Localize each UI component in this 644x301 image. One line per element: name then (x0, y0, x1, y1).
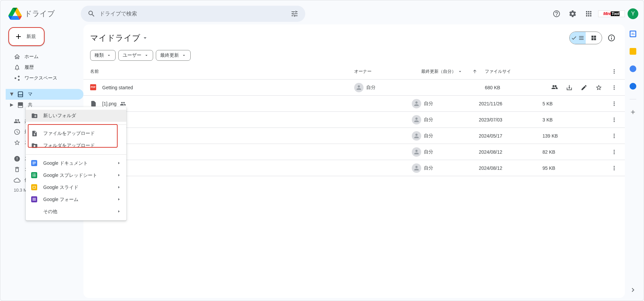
row-more[interactable] (606, 84, 622, 91)
keep-addon[interactable] (626, 45, 640, 58)
file-table: 名前 オーナー 最終更新（自分） ファイルサイ PDFGetting start… (83, 63, 625, 298)
chip-type[interactable]: 種類 (90, 50, 116, 61)
file-size: 5 KB (542, 101, 606, 106)
side-panel: 31 (625, 24, 641, 298)
search-icon (87, 10, 95, 18)
owner-name: 自分 (366, 85, 376, 91)
file-type-icon: PDF (90, 84, 97, 91)
file-size: 95 KB (542, 165, 606, 171)
help-button[interactable] (550, 7, 563, 20)
workspaces-icon (14, 75, 20, 82)
logo-block[interactable]: ドライブ (6, 7, 78, 20)
submenu-icon (117, 209, 121, 214)
list-icon (578, 35, 584, 41)
drive-icon (17, 91, 24, 98)
sidebar-home[interactable]: ホーム (6, 51, 83, 62)
table-row[interactable]: [1].png 自分 2021/11/26 5 KB (83, 96, 625, 112)
header-actions: MiniTool Y (550, 7, 638, 20)
contacts-addon[interactable] (626, 80, 640, 93)
file-size: 82 KB (542, 149, 606, 155)
owner-name: 自分 (424, 133, 433, 139)
edit-action[interactable] (578, 82, 590, 94)
tune-icon[interactable] (291, 10, 299, 18)
table-row[interactable]: 1 自分 2023/07/03 3 KB (83, 112, 625, 128)
calendar-addon[interactable]: 31 (626, 27, 640, 41)
new-button-label: 新規 (26, 34, 36, 40)
file-name: [1].png (102, 101, 117, 106)
chip-user[interactable]: ユーザー (118, 50, 153, 61)
search-bar[interactable] (81, 6, 305, 22)
owner-name: 自分 (424, 149, 433, 155)
file-date: 2023/07/03 (479, 117, 542, 122)
list-view-button[interactable] (570, 32, 586, 44)
breadcrumb-bar: マイドライブ (83, 24, 625, 46)
people-icon (14, 118, 20, 124)
get-addons[interactable] (626, 105, 640, 119)
main-pane: マイドライブ 種類 ユーザー 最終更新 (83, 24, 625, 298)
expand-icon[interactable] (10, 92, 14, 96)
star-action[interactable] (593, 82, 605, 94)
account-avatar[interactable]: Y (628, 8, 638, 19)
spam-icon (14, 155, 20, 162)
share-action[interactable] (549, 82, 561, 94)
breadcrumb-title[interactable]: マイドライブ (90, 33, 148, 43)
apps-button[interactable] (582, 7, 595, 20)
col-owner[interactable]: オーナー (354, 68, 421, 74)
ctx-upload-file[interactable]: ファイルをアップロード (26, 128, 126, 140)
col-modified[interactable]: 最終更新（自分） (421, 68, 485, 74)
sidebar-workspaces[interactable]: ワークスペース (6, 73, 83, 84)
bell-icon (14, 64, 20, 71)
table-row[interactable]: 2.pub 自分 2024/08/12 95 KB (83, 160, 625, 176)
ctx-forms[interactable]: Google フォーム (26, 194, 126, 206)
info-button[interactable] (605, 31, 618, 45)
tasks-addon[interactable] (626, 62, 640, 76)
file-type-icon (90, 100, 97, 107)
svg-point-2 (18, 79, 20, 81)
sidebar-activity[interactable]: 履歴 (6, 62, 83, 73)
chip-modified[interactable]: 最終更新 (156, 50, 191, 61)
table-row[interactable]: o 自分 2024/08/12 82 KB (83, 144, 625, 160)
file-date: 2024/08/12 (479, 165, 542, 171)
ctx-docs[interactable]: Google ドキュメント (26, 157, 126, 169)
ctx-upload-folder[interactable]: フォルダをアップロード (26, 140, 126, 152)
new-button[interactable]: 新規 (8, 27, 45, 46)
row-more[interactable] (606, 165, 622, 171)
ctx-more[interactable]: その他 (26, 206, 126, 218)
table-row[interactable]: PDFGetting started 自分 680 KB (83, 80, 625, 96)
upload-folder-icon (31, 142, 38, 149)
grid-view-button[interactable] (586, 32, 602, 44)
col-more[interactable] (606, 68, 622, 75)
check-icon (571, 35, 577, 41)
sidebar-mydrive[interactable]: マ (6, 89, 83, 100)
owner-name: 自分 (424, 117, 433, 123)
submenu-icon (117, 185, 121, 190)
search-input[interactable] (100, 11, 286, 17)
settings-button[interactable] (566, 7, 579, 20)
expand-icon[interactable] (10, 103, 14, 107)
trash-icon (14, 166, 20, 173)
svg-rect-4 (33, 163, 36, 163)
dropdown-icon (107, 53, 111, 58)
home-icon (14, 53, 20, 60)
folder-plus-icon (31, 112, 38, 119)
row-more[interactable] (606, 149, 622, 155)
ctx-new-folder[interactable]: 新しいフォルダ (26, 110, 126, 122)
file-name: Getting started (102, 85, 133, 90)
plus-icon (14, 33, 22, 41)
col-name[interactable]: 名前 (90, 68, 354, 74)
table-row[interactable]: 自分 2024/05/17 139 KB (83, 128, 625, 144)
ctx-slides[interactable]: Google スライド (26, 182, 126, 194)
ctx-sheets[interactable]: Google スプレッドシート (26, 169, 126, 182)
row-more[interactable] (606, 100, 622, 107)
row-more[interactable] (606, 116, 622, 123)
file-date: 2021/11/26 (479, 101, 542, 106)
view-toggle (569, 32, 602, 44)
owner-avatar (412, 115, 421, 124)
owner-avatar (412, 99, 421, 108)
owner-avatar (412, 147, 421, 157)
download-action[interactable] (563, 82, 575, 94)
col-size[interactable]: ファイルサイ (485, 68, 549, 74)
svg-rect-3 (33, 162, 36, 162)
row-more[interactable] (606, 133, 622, 139)
collapse-panel[interactable] (626, 283, 640, 297)
